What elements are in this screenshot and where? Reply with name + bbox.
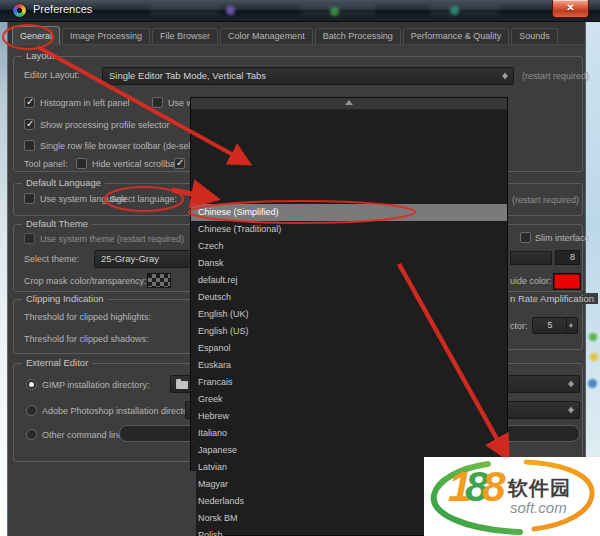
language-option[interactable]: Espanol (191, 340, 507, 357)
font-slider-fragment[interactable] (510, 251, 552, 265)
pan-rate-title-fragment: n Rate Amplification (506, 293, 598, 304)
desktop-blob-green (589, 333, 597, 341)
font-size-value[interactable]: 8 (555, 250, 580, 265)
editor-layout-value: Single Editor Tab Mode, Vertical Tabs (109, 70, 266, 81)
tab-color-management[interactable]: Color Management (220, 28, 313, 44)
clipped-highlights-label: Threshold for clipped highlights: (24, 312, 151, 322)
language-option-selected[interactable]: Chinese (Simplified) (191, 204, 507, 221)
close-icon: ✕ (566, 2, 574, 13)
guide-color-swatch[interactable] (553, 273, 581, 290)
group-language-title: Default Language (22, 177, 105, 188)
window-title: Preferences (33, 3, 92, 15)
slim-interface-label: Slim interface (535, 233, 590, 243)
checkbox-use-fragment[interactable] (174, 158, 185, 169)
tab-general[interactable]: General (12, 26, 60, 44)
chevron-up-icon (345, 100, 353, 105)
checkbox-system-language[interactable] (24, 193, 35, 204)
tab-batch-processing[interactable]: Batch Processing (315, 28, 401, 44)
checkbox-single-row-toolbar[interactable] (24, 140, 35, 151)
checkbox-use-working-profile[interactable] (152, 97, 163, 108)
editor-layout-select[interactable]: Single Editor Tab Mode, Vertical Tabs (102, 67, 514, 85)
radio-photoshop[interactable] (26, 405, 37, 416)
watermark-box: 188 软件园 soft.com (424, 457, 600, 536)
language-option[interactable]: Dansk (191, 255, 507, 272)
restart-required-note: (restart required) (522, 71, 589, 81)
tool-panel-label: Tool panel: (24, 159, 68, 169)
language-option[interactable]: Greek (191, 391, 507, 408)
crop-mask-swatch[interactable] (147, 273, 171, 288)
desktop-background-left (0, 0, 7, 536)
language-option[interactable]: Hebrew (191, 408, 507, 425)
language-option[interactable]: default.rej (191, 272, 507, 289)
factor-value: 5 (533, 320, 567, 330)
desktop-blob-yellow (590, 353, 598, 361)
tab-bar: General Image Processing File Browser Co… (8, 21, 585, 45)
watermark-site-name: 软件园 (508, 475, 571, 502)
chevron-updown-icon (567, 378, 576, 391)
select-theme-value: 25-Gray-Gray (101, 253, 159, 264)
desktop-blob-blue (588, 379, 597, 388)
single-row-toolbar-label: Single row file browser toolbar (de-sele… (40, 141, 213, 151)
language-option[interactable]: Czech (191, 238, 507, 255)
chevron-updown-icon (501, 70, 510, 83)
select-language-label: Select language: (110, 194, 177, 204)
group-clipping-title: Clipping Indication (22, 293, 108, 304)
tab-file-browser[interactable]: File Browser (152, 28, 218, 44)
tab-performance-quality[interactable]: Performance & Quality (403, 28, 510, 44)
select-theme-label: Select theme: (24, 254, 79, 264)
group-theme-title: Default Theme (22, 218, 92, 229)
crop-mask-label: Crop mask color/transparency: (24, 276, 147, 286)
spin-buttons-icon[interactable] (566, 318, 577, 333)
other-command-label: Other command line: (42, 430, 126, 440)
gimp-directory-label: GIMP installation directory: (42, 380, 149, 390)
histogram-left-panel-label: Histogram in left panel (40, 98, 130, 108)
guide-color-label-fragment: uide color: (510, 276, 552, 286)
language-option[interactable]: English (US) (191, 323, 507, 340)
folder-icon (176, 381, 188, 389)
chevron-updown-icon (567, 404, 576, 417)
language-option[interactable]: English (UK) (191, 306, 507, 323)
close-button[interactable]: ✕ (552, 0, 589, 18)
dropdown-scroll-up[interactable] (191, 98, 507, 110)
radio-other-command[interactable] (26, 429, 37, 440)
language-option[interactable]: Euskara (191, 357, 507, 374)
checkbox-slim-interface[interactable] (520, 232, 531, 243)
editor-layout-label: Editor Layout: (24, 70, 80, 80)
checkbox-histogram-left-panel[interactable] (24, 97, 35, 108)
photoshop-directory-label: Adobe Photoshop installation directory: (42, 406, 198, 416)
group-layout-title: Layout (22, 50, 59, 61)
color-wheel-app-icon (13, 4, 26, 17)
window-titlebar: Preferences ✕ (0, 0, 600, 22)
factor-spinbox[interactable]: 5 (532, 317, 578, 334)
tab-sounds[interactable]: Sounds (511, 28, 558, 44)
factor-label-fragment: ctor: (510, 321, 528, 331)
system-theme-label: Use system theme (restart required) (40, 234, 184, 244)
clipped-shadows-label: Threshold for clipped shadows: (24, 334, 149, 344)
hide-scrollbar-label: Hide vertical scrollbar (92, 159, 178, 169)
restart-required-note-2: (restart required) (512, 195, 579, 205)
tab-image-processing[interactable]: Image Processing (62, 28, 150, 44)
profile-selector-label: Show processing profile selector (40, 120, 170, 130)
radio-gimp[interactable] (26, 379, 37, 390)
language-option[interactable]: Francais (191, 374, 507, 391)
screenshot-canvas: Preferences ✕ General Image Processing F… (0, 0, 600, 536)
gray-overlay-patch (8, 471, 196, 536)
language-option[interactable]: Deutsch (191, 289, 507, 306)
checkbox-profile-selector[interactable] (24, 119, 35, 130)
checkbox-hide-scrollbar[interactable] (76, 158, 87, 169)
watermark-number: 188 (448, 465, 499, 508)
language-option[interactable]: Italiano (191, 425, 507, 442)
language-option[interactable]: Chinese (Traditional) (191, 221, 507, 238)
checkbox-system-theme[interactable] (24, 233, 35, 244)
group-external-title: External Editor (22, 357, 92, 368)
watermark-domain: soft.com (510, 499, 567, 516)
